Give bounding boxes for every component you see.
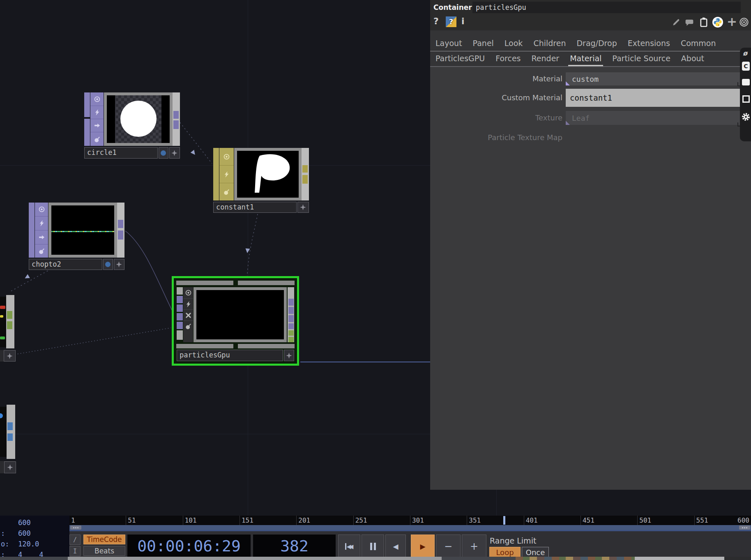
play-forward-button[interactable]: ▶ [411,535,435,558]
tab-forces[interactable]: Forces [495,54,521,66]
outline-box-icon[interactable] [742,95,750,103]
copy-parameters-icon[interactable] [699,17,709,28]
node-params-button[interactable] [169,147,180,159]
tab-material[interactable]: Material [570,54,601,66]
node-constant1[interactable]: constant1 [213,148,309,213]
cook-flag-icon[interactable] [183,321,193,332]
viewer-flag-icon[interactable] [219,148,234,166]
node-outputs[interactable] [6,295,14,348]
chop-scanline [51,231,114,232]
step-back-button[interactable]: − [436,535,461,558]
node-circle1[interactable]: circle1 [84,92,180,159]
comp-top-bar [238,281,295,285]
tab-panel[interactable]: Panel [473,39,494,51]
frame-ruler[interactable]: 1 51 101 151 201 251 301 351 401 451 501… [69,516,751,525]
timecode-display: 00:00:06:29 [127,535,251,558]
tab-layout[interactable]: Layout [435,39,462,51]
play-backward-button[interactable]: ◀ [385,535,406,558]
range-bar[interactable] [69,525,751,530]
viewer-flag-icon[interactable] [183,287,193,299]
particle-texture-map-label: Particle Texture Map [430,131,562,145]
node-name[interactable]: constant1 [213,202,297,213]
node-params-button[interactable] [4,461,16,473]
bypass-flag-icon[interactable] [90,106,104,119]
help-icon[interactable]: ? [433,16,439,26]
viewer-flag-icon[interactable] [35,203,48,217]
edit-icon[interactable] [672,18,681,27]
frame-display: 382 [253,535,336,558]
tab-particle-source[interactable]: Particle Source [612,54,670,66]
info-icon[interactable]: i [461,16,465,26]
node-params-button[interactable] [284,350,294,361]
comp-top-bar [176,281,233,285]
cook-flag-icon[interactable] [90,132,104,146]
custom-material-label: Custom Material [430,88,562,108]
comment-icon[interactable] [685,18,694,27]
cook-flag-icon[interactable] [219,183,234,200]
bar-mode-button[interactable]: I [69,546,81,556]
node-particlesGpu-selected[interactable]: particlesGpu [172,276,299,366]
pause-button[interactable] [362,535,384,558]
target-icon[interactable] [739,17,749,27]
once-button[interactable]: Once [522,547,549,558]
copy-page-icon[interactable]: C [742,62,750,71]
crossout-flag-icon[interactable] [183,310,193,321]
tab-particlesgpu[interactable]: ParticlesGPU [435,54,485,66]
timeline-info: 600 :600 o:120.0 :4 4 [0,516,69,557]
slash-mode-button[interactable]: / [69,535,81,545]
node-name[interactable]: chopto2 [29,259,102,270]
node-outputs[interactable] [288,287,294,342]
clone-flag-icon[interactable] [90,119,104,132]
range-end-handle[interactable] [739,525,750,530]
node-outputs[interactable] [173,92,180,146]
cook-flag-icon[interactable] [35,244,48,258]
settings-gear-icon[interactable] [742,113,750,121]
bypass-flag-icon[interactable] [35,217,48,230]
tab-extensions[interactable]: Extensions [628,39,670,51]
custom-material-field[interactable]: constant1 [566,89,742,107]
node-viewer [48,203,117,258]
tab-look[interactable]: Look [505,39,523,51]
python-help-icon[interactable]: ? [446,16,456,27]
viewer-flag-icon[interactable] [90,92,104,106]
timecode-mode-button[interactable]: TimeCode [83,535,125,544]
tab-children[interactable]: Children [533,39,566,51]
node-display-toggle[interactable] [159,147,168,159]
menu-triangle-icon [566,81,570,85]
tab-dragdrop[interactable]: Drag/Drop [576,39,617,51]
bypass-flag-icon[interactable] [219,166,234,183]
node-name[interactable]: circle1 [84,147,158,159]
node-viewer [194,287,287,342]
texture-menu[interactable]: Leaf [566,111,742,125]
node-outputs[interactable] [7,405,15,459]
beats-mode-button[interactable]: Beats [83,546,125,556]
node-outputs[interactable] [117,203,124,258]
material-label: Material [430,72,562,85]
tab-render[interactable]: Render [532,54,560,66]
operator-name-field[interactable]: particlesGpu [472,2,741,13]
tab-about[interactable]: About [681,54,704,66]
node-params-button[interactable] [297,202,309,213]
tab-common[interactable]: Common [681,39,716,51]
step-forward-button[interactable]: + [462,535,486,558]
expression-icon[interactable]: ø [743,49,747,57]
node-params-button[interactable] [114,259,124,270]
range-start-handle[interactable] [70,525,81,530]
node-display-toggle[interactable] [103,259,113,270]
solid-box-icon[interactable] [742,79,750,85]
node-outputs[interactable] [302,148,309,200]
material-menu[interactable]: custom [566,72,742,85]
node-name[interactable]: particlesGpu [177,350,283,361]
node-inputs[interactable] [177,287,183,342]
bypass-flag-icon[interactable] [183,299,193,310]
comp-bottom-bar [176,344,233,348]
python-icon[interactable] [712,17,723,28]
playhead[interactable] [503,516,505,525]
node-params-button[interactable] [4,350,16,362]
clone-flag-icon[interactable] [35,230,48,244]
side-toolbar: ø C [740,48,751,141]
rewind-button[interactable]: ◀◀ [338,535,360,558]
loop-button[interactable]: Loop [489,547,521,558]
node-chopto2[interactable]: chopto2 [29,203,124,270]
add-icon[interactable]: + [727,14,737,29]
